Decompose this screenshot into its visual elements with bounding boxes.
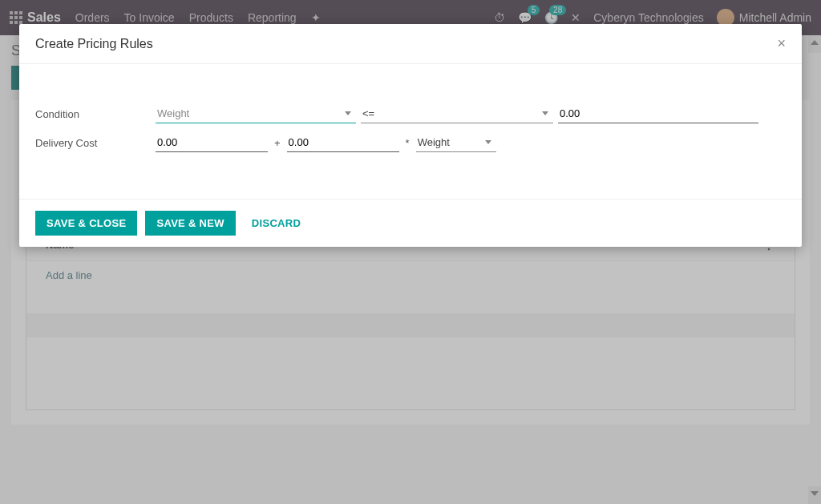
save-new-button[interactable]: SAVE & NEW	[145, 211, 235, 236]
chevron-down-icon	[542, 111, 548, 115]
condition-label: Condition	[35, 108, 156, 123]
delivery-cost-label: Delivery Cost	[35, 137, 156, 152]
discard-button[interactable]: DISCARD	[244, 211, 309, 236]
condition-variable-value: Weight	[157, 107, 189, 119]
condition-operator-select[interactable]: <=	[361, 104, 553, 123]
modal-footer: SAVE & CLOSE SAVE & NEW DISCARD	[19, 199, 802, 247]
extra-variable-select[interactable]: Weight	[416, 133, 496, 152]
chevron-down-icon	[345, 111, 351, 115]
condition-variable-select[interactable]: Weight	[156, 104, 356, 123]
save-close-button[interactable]: SAVE & CLOSE	[35, 211, 137, 236]
condition-operator-value: <=	[362, 107, 374, 119]
base-price-input[interactable]	[156, 133, 268, 152]
condition-value-input[interactable]	[558, 104, 758, 123]
close-icon[interactable]: ×	[777, 35, 786, 52]
modal-header: Create Pricing Rules ×	[19, 24, 802, 63]
modal-title: Create Pricing Rules	[35, 37, 153, 51]
create-pricing-rules-modal: Create Pricing Rules × Condition Weight …	[19, 24, 802, 247]
extra-variable-value: Weight	[418, 136, 450, 148]
modal-body: Condition Weight <= Delivery Cost + * We…	[19, 64, 802, 183]
chevron-down-icon	[485, 140, 491, 144]
plus-sign: +	[268, 137, 287, 152]
star-sign: *	[399, 137, 416, 152]
extra-price-input[interactable]	[287, 133, 399, 152]
